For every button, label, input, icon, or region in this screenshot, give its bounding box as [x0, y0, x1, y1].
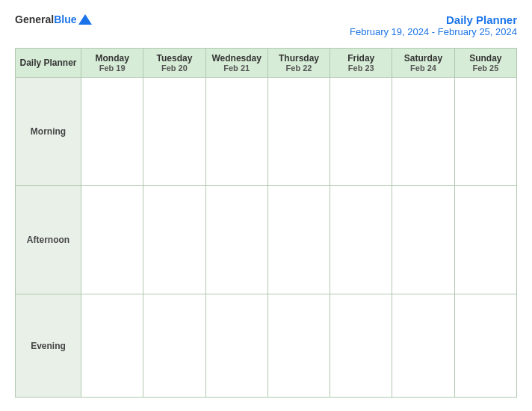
col-thursday: Thursday Feb 22 — [267, 49, 330, 78]
calendar-table: Daily Planner Monday Feb 19 Tuesday Feb … — [15, 48, 517, 398]
cell-sunday-afternoon[interactable] — [454, 186, 516, 294]
col-sunday: Sunday Feb 25 — [454, 49, 516, 78]
col-monday: Monday Feb 19 — [81, 49, 143, 78]
cell-sunday-evening[interactable] — [454, 294, 516, 398]
cell-friday-evening[interactable] — [330, 294, 392, 398]
col-wednesday: Wednesday Feb 21 — [205, 49, 267, 78]
table-header-label: Daily Planner — [16, 49, 81, 78]
cell-saturday-morning[interactable] — [392, 78, 454, 186]
cell-friday-morning[interactable] — [330, 78, 392, 186]
cell-saturday-evening[interactable] — [392, 294, 454, 398]
cell-friday-afternoon[interactable] — [330, 186, 392, 294]
label-evening: Evening — [16, 294, 81, 398]
cell-sunday-morning[interactable] — [454, 78, 516, 186]
cell-wednesday-afternoon[interactable] — [205, 186, 267, 294]
cell-wednesday-evening[interactable] — [205, 294, 267, 398]
table-row-morning: Morning — [16, 78, 517, 186]
header: GeneralBlue Daily Planner February 19, 2… — [15, 13, 517, 37]
logo-icon — [78, 14, 92, 25]
label-morning: Morning — [16, 78, 81, 186]
cell-monday-afternoon[interactable] — [81, 186, 143, 294]
label-afternoon: Afternoon — [16, 186, 81, 294]
title-area: Daily Planner February 19, 2024 - Februa… — [350, 13, 517, 37]
cell-wednesday-morning[interactable] — [205, 78, 267, 186]
cell-monday-morning[interactable] — [81, 78, 143, 186]
planner-title: Daily Planner — [350, 13, 517, 26]
col-saturday: Saturday Feb 24 — [392, 49, 454, 78]
page: GeneralBlue Daily Planner February 19, 2… — [0, 0, 532, 411]
cell-tuesday-afternoon[interactable] — [143, 186, 205, 294]
logo-area: GeneralBlue — [15, 13, 92, 25]
cell-tuesday-evening[interactable] — [143, 294, 205, 398]
cell-saturday-afternoon[interactable] — [392, 186, 454, 294]
col-tuesday: Tuesday Feb 20 — [143, 49, 205, 78]
cell-tuesday-morning[interactable] — [143, 78, 205, 186]
logo-text: GeneralBlue — [15, 13, 76, 25]
cell-thursday-evening[interactable] — [267, 294, 330, 398]
col-friday: Friday Feb 23 — [330, 49, 392, 78]
table-row-evening: Evening — [16, 294, 517, 398]
cell-thursday-morning[interactable] — [267, 78, 330, 186]
table-row-afternoon: Afternoon — [16, 186, 517, 294]
table-header-row: Daily Planner Monday Feb 19 Tuesday Feb … — [16, 49, 517, 78]
date-range: February 19, 2024 - February 25, 2024 — [350, 26, 517, 37]
cell-thursday-afternoon[interactable] — [267, 186, 330, 294]
cell-monday-evening[interactable] — [81, 294, 143, 398]
svg-marker-0 — [78, 14, 92, 25]
